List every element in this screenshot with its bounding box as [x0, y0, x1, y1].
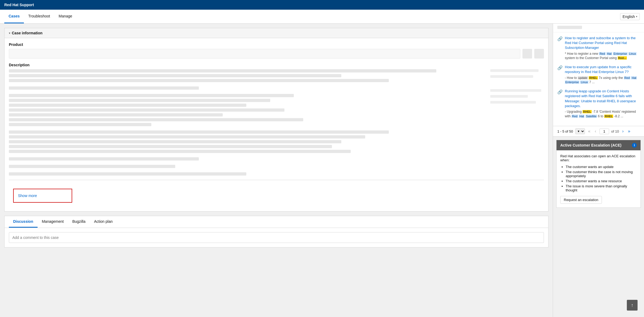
desc-block-3 — [9, 94, 484, 126]
page-prev-btn[interactable]: ‹ — [594, 129, 597, 134]
page-next-btn[interactable]: › — [621, 129, 625, 134]
desc-block-1 — [9, 69, 484, 82]
pagination-range: 1 - 5 of 50 — [557, 129, 573, 133]
highlight-red-end: Red... — [618, 56, 627, 60]
product-icon-2 — [534, 49, 544, 59]
sidebar-top-blurred — [553, 24, 644, 32]
right-sidebar: 🔗 How to register and subscribe a system… — [553, 24, 644, 317]
tab-troubleshoot[interactable]: Troubleshoot — [24, 10, 54, 23]
link-desc-1: * How to register a new Red Hat Enterpri… — [565, 52, 640, 61]
ace-bullet-1: The customer wants an update — [566, 165, 637, 169]
case-info-body: Product Description — [5, 38, 548, 211]
highlight-red-3: Red — [572, 115, 578, 118]
escalation-button[interactable]: Request an escalation — [560, 196, 602, 204]
link-icon-3: 🔗 — [557, 89, 563, 118]
link-title-2[interactable]: How to execute yum update from a specifi… — [565, 65, 632, 74]
description-left — [9, 69, 484, 180]
link-title-3[interactable]: Running leapp upgrade on Content Hosts r… — [565, 89, 636, 108]
case-info-header[interactable]: ▾ Case information — [5, 28, 548, 38]
product-row — [9, 49, 544, 59]
app-title: Red Hat Support — [4, 3, 34, 7]
desc-block-4 — [9, 130, 484, 153]
highlight-linux-2: Linux — [580, 81, 588, 84]
list-item: 🔗 Running leapp upgrade on Content Hosts… — [557, 89, 640, 118]
page-size-select[interactable]: ▾ — [575, 128, 585, 134]
right-blurred-content — [490, 69, 544, 105]
highlight-linux: Linux — [628, 52, 636, 55]
show-more-button[interactable]: Show more — [18, 194, 37, 198]
link-desc-2: - How to update RHEL 7x using only the R… — [565, 76, 640, 85]
link-icon-1: 🔗 — [557, 36, 563, 60]
description-right — [490, 69, 544, 180]
bottom-tab-body — [5, 228, 548, 247]
list-item: 🔗 How to register and subscribe a system… — [557, 36, 640, 60]
show-more-container: Show more — [13, 189, 72, 203]
ace-bullet-3: The customer wants a new resource — [566, 179, 637, 183]
ace-bullet-4: The issue is more severe than originally… — [566, 184, 637, 192]
highlight-rhel-2: RHEL — [589, 76, 598, 79]
desc-block-2 — [9, 86, 484, 90]
ace-body: Red Hat associates can open an ACE escal… — [557, 150, 641, 207]
page-last-btn[interactable]: » — [627, 129, 631, 134]
bottom-tabs: Discussion Management Bugzilla Action pl… — [5, 216, 548, 228]
nav-bar: Cases Troubleshoot Manage English ▾ — [0, 10, 644, 24]
highlight-hat: Hat — [606, 52, 612, 55]
highlight-red-2: Red — [624, 76, 630, 79]
sidebar-links: 🔗 How to register and subscribe a system… — [553, 32, 644, 126]
highlight-enterprise: Enterprise — [613, 52, 627, 55]
highlight-enterprise-2: Enterprise — [565, 81, 579, 84]
language-label: English — [623, 14, 635, 19]
page-input[interactable] — [599, 129, 609, 134]
link-content-1: How to register and subscribe a system t… — [565, 36, 640, 60]
ace-bullet-2: The customer thinks the case is not movi… — [566, 170, 637, 178]
product-icon-1 — [522, 49, 532, 59]
highlight-satellite: Satellite — [586, 115, 597, 118]
case-info-title: Case information — [12, 31, 42, 35]
bottom-tabs-section: Discussion Management Bugzilla Action pl… — [4, 216, 548, 247]
of-pages-label: of 10 — [611, 129, 619, 133]
list-item: 🔗 How to execute yum update from a speci… — [557, 65, 640, 85]
tab-bugzilla[interactable]: Bugzilla — [68, 216, 90, 228]
desc-block-6 — [9, 165, 484, 168]
chevron-down-icon: ▾ — [9, 32, 10, 35]
link-icon-2: 🔗 — [557, 65, 563, 85]
tab-discussion[interactable]: Discussion — [9, 216, 38, 228]
main-layout: ▾ Case information Product Description — [0, 24, 644, 317]
highlight-hat-2: Hat — [631, 76, 637, 79]
ace-header: Active Customer Escalation (ACE) i — [557, 140, 641, 150]
ace-title: Active Customer Escalation (ACE) — [560, 143, 621, 147]
highlight-rhel-4: RHEL — [604, 115, 613, 118]
comment-input[interactable] — [9, 232, 544, 243]
tab-manage[interactable]: Manage — [54, 10, 76, 23]
ace-bullets: The customer wants an update The custome… — [560, 165, 637, 192]
case-info-section: ▾ Case information Product Description — [4, 28, 548, 212]
highlight-hat-3: Hat — [579, 115, 584, 118]
link-title-1[interactable]: How to register and subscribe a system t… — [565, 36, 636, 50]
link-content-3: Running leapp upgrade on Content Hosts r… — [565, 89, 640, 118]
link-desc-3: - Upgrading RHEL -7.8 'Content Hosts' re… — [565, 110, 640, 119]
product-input[interactable] — [9, 49, 520, 59]
description-label: Description — [9, 63, 544, 67]
main-nav: Cases Troubleshoot Manage — [4, 10, 76, 23]
product-label: Product — [9, 42, 544, 47]
desc-block-7 — [9, 172, 484, 176]
scroll-to-top-button[interactable]: ↑ — [627, 300, 638, 311]
pagination-row: 1 - 5 of 50 ▾ « ‹ of 10 › » — [553, 126, 644, 137]
ace-intro: Red Hat associates can open an ACE escal… — [560, 154, 637, 162]
tab-action-plan[interactable]: Action plan — [90, 216, 117, 228]
desc-block-5 — [9, 157, 484, 161]
page-first-btn[interactable]: « — [587, 129, 592, 134]
description-content — [9, 69, 544, 180]
link-content-2: How to execute yum update from a specifi… — [565, 65, 640, 85]
ace-section: Active Customer Escalation (ACE) i Red H… — [556, 140, 641, 208]
highlight-update: update — [578, 76, 588, 79]
chevron-down-icon: ▾ — [636, 15, 637, 18]
content-area: ▾ Case information Product Description — [0, 24, 553, 317]
top-bar: Red Hat Support — [0, 0, 644, 10]
highlight-rhel-3: RHEL — [583, 110, 592, 113]
show-more-wrapper: Show more — [9, 180, 544, 207]
tab-management[interactable]: Management — [38, 216, 68, 228]
language-selector[interactable]: English ▾ — [620, 13, 640, 20]
tab-cases[interactable]: Cases — [4, 10, 24, 23]
info-icon[interactable]: i — [632, 143, 637, 148]
